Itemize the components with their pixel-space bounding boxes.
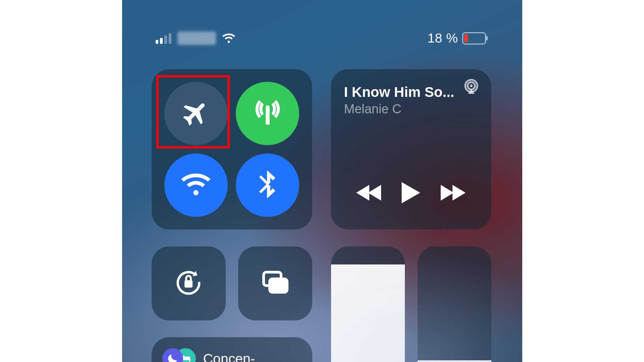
cellular-data-toggle[interactable] [236,82,299,145]
battery-level-indicator [464,34,468,42]
airplane-icon [180,98,211,130]
media-playback-panel[interactable]: I Know Him So... Melanie C [331,69,491,230]
bluetooth-icon [252,169,283,201]
media-previous-button[interactable] [356,183,382,203]
svg-point-2 [470,84,473,87]
ios-control-center: 18 % [122,0,522,362]
screen-mirroring-button[interactable] [238,246,312,320]
wifi-status-icon [222,32,235,45]
airplay-button[interactable] [463,78,480,97]
svg-rect-4 [264,272,281,286]
tutorial-highlight-box [156,75,230,148]
battery-percent-label: 18 % [428,31,458,46]
wifi-toggle[interactable] [164,154,228,217]
cellular-signal-icon [156,33,171,44]
focus-mode-label: Concen- [203,352,255,362]
airplane-mode-toggle[interactable] [164,82,228,145]
brightness-slider[interactable] [331,246,405,362]
volume-slider[interactable] [418,246,491,362]
svg-rect-5 [270,279,287,292]
connectivity-panel[interactable] [152,69,312,230]
media-next-button[interactable] [439,183,466,203]
battery-icon [462,32,486,45]
screen-mirroring-icon [259,267,291,300]
svg-point-0 [465,80,477,92]
orientation-lock-icon [172,267,205,300]
wifi-icon [180,169,211,201]
bluetooth-toggle[interactable] [236,154,299,217]
volume-slider-fill [418,360,491,362]
do-not-disturb-icon [162,348,183,362]
orientation-lock-toggle[interactable] [152,246,226,320]
status-bar: 18 % [122,27,522,49]
media-track-title: I Know Him So... [344,84,478,100]
focus-mode-button[interactable]: Concen- [152,337,312,362]
carrier-name-obscured [177,32,216,45]
svg-rect-3 [184,280,193,288]
media-artist-label: Melanie C [344,102,478,116]
brightness-slider-fill [331,264,405,362]
svg-point-1 [468,82,475,89]
media-play-button[interactable] [400,181,422,206]
antenna-icon [252,98,283,130]
